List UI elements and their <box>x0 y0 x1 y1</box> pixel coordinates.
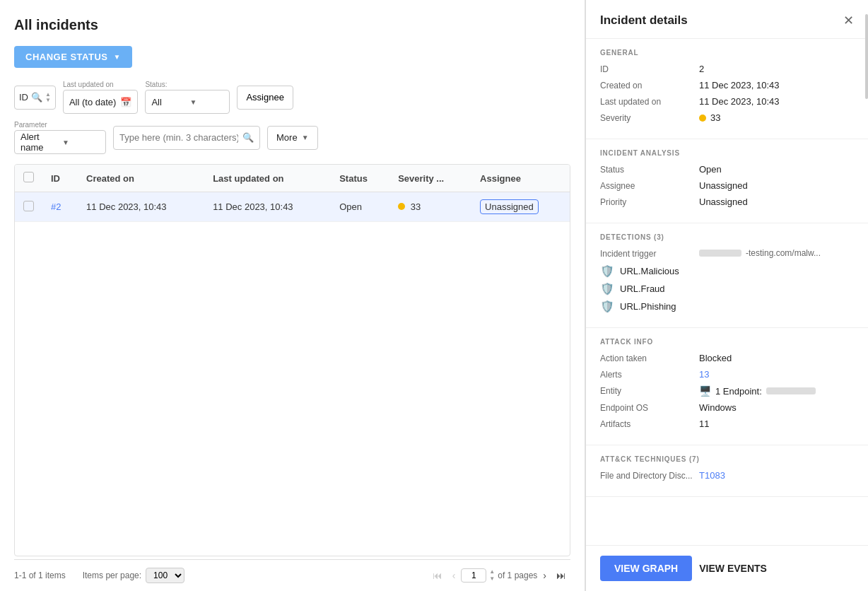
more-button[interactable]: More ▼ <box>267 126 318 150</box>
close-button[interactable]: ✕ <box>843 13 854 28</box>
trigger-key: Incident trigger <box>600 248 699 259</box>
date-filter-value: All (to date) <box>69 97 116 107</box>
incident-analysis-section: INCIDENT ANALYSIS Status Open Assignee U… <box>586 139 868 223</box>
pagination-bar: 1-1 of 1 items Items per page: 100 50 25… <box>14 559 570 591</box>
page-down-icon[interactable]: ▼ <box>489 575 495 583</box>
chevron-down-icon: ▼ <box>189 98 223 106</box>
param-value: Alert name <box>20 131 58 153</box>
row-assignee-cell: Unassigned <box>471 192 570 222</box>
col-id: ID <box>42 165 78 192</box>
panel-header: Incident details ✕ <box>586 0 868 39</box>
trigger-text: -testing.com/malw... <box>746 248 821 258</box>
status-detail-row: Status Open <box>600 164 854 175</box>
priority-detail-key: Priority <box>600 197 699 207</box>
detection-item-3: 🛡️ URL.Phishing <box>600 300 854 313</box>
row-assignee-value: Unassigned <box>480 199 539 214</box>
endpoint-os-val: Windows <box>699 402 854 413</box>
alerts-val[interactable]: 13 <box>699 369 854 380</box>
param-select-group: Parameter Alert name ▼ <box>14 121 106 154</box>
row-id-cell[interactable]: #2 <box>42 192 78 222</box>
table-row[interactable]: #2 11 Dec 2023, 10:43 11 Dec 2023, 10:43… <box>15 192 570 222</box>
detection-label-2: URL.Fraud <box>620 283 665 294</box>
status-filter[interactable]: All ▼ <box>145 90 230 114</box>
status-filter-value: All <box>151 97 185 107</box>
col-last-updated: Last updated on <box>204 165 331 192</box>
entity-val: 🖥️ 1 Endpoint: <box>699 385 854 397</box>
id-sort-buttons[interactable]: ▲ ▼ <box>45 92 51 103</box>
status-filter-label: Status: <box>145 81 230 88</box>
endpoint-os-row: Endpoint OS Windows <box>600 402 854 413</box>
priority-detail-val: Unassigned <box>699 197 854 207</box>
page-input-wrap: ▲ ▼ of 1 pages <box>461 568 537 583</box>
view-events-button[interactable]: VIEW EVENTS <box>699 563 767 574</box>
search-input-wrap[interactable]: 🔍 <box>113 126 260 150</box>
incidents-table-wrap: ID Created on Last updated on Status Sev… <box>14 164 570 556</box>
row-status-cell: Open <box>331 192 389 222</box>
row-checkbox[interactable] <box>23 201 34 211</box>
general-section: GENERAL ID 2 Created on 11 Dec 2023, 10:… <box>586 39 868 139</box>
col-severity: Severity ... <box>389 165 471 192</box>
page-stepper[interactable]: ▲ ▼ <box>489 568 495 582</box>
items-per-page-select[interactable]: 100 50 25 <box>146 568 184 583</box>
scrollbar-thumb[interactable] <box>865 14 868 99</box>
row-id-link[interactable]: #2 <box>51 201 61 212</box>
alerts-key: Alerts <box>600 369 699 380</box>
detection-label-1: URL.Malicious <box>620 266 679 276</box>
page-up-icon[interactable]: ▲ <box>489 568 495 575</box>
search-input[interactable] <box>119 132 238 143</box>
action-taken-key: Action taken <box>600 353 699 363</box>
entity-detail-row: Entity 🖥️ 1 Endpoint: <box>600 385 854 397</box>
attck-section: ATT&CK TECHNIQUES (7) File and Directory… <box>586 445 868 497</box>
date-filter[interactable]: All (to date) 📅 <box>63 90 138 114</box>
first-page-button[interactable]: ⏮ <box>428 567 447 584</box>
detection-item-2: 🛡️ URL.Fraud <box>600 282 854 296</box>
pagination-info: 1-1 of 1 items <box>14 570 66 580</box>
view-graph-button[interactable]: VIEW GRAPH <box>600 556 692 581</box>
row-checkbox-cell[interactable] <box>15 192 42 222</box>
attack-info-section: ATTACK INFO Action taken Blocked Alerts … <box>586 328 868 445</box>
param-row: Parameter Alert name ▼ 🔍 More ▼ <box>14 121 570 154</box>
next-page-button[interactable]: › <box>539 567 551 584</box>
row-last-updated-cell: 11 Dec 2023, 10:43 <box>204 192 331 222</box>
id-filter[interactable]: ID 🔍 ▲ ▼ <box>14 86 56 110</box>
chevron-down-icon: ▼ <box>302 134 309 141</box>
last-page-button[interactable]: ⏭ <box>552 567 570 584</box>
status-detail-key: Status <box>600 164 699 175</box>
created-on-val: 11 Dec 2023, 10:43 <box>699 80 854 90</box>
shield-icon-3: 🛡️ <box>600 300 614 313</box>
file-dir-val[interactable]: T1083 <box>699 470 854 481</box>
assignee-detail-val: Unassigned <box>699 180 854 191</box>
artifacts-val: 11 <box>699 419 854 429</box>
param-select[interactable]: Alert name ▼ <box>14 130 106 154</box>
chevron-down-icon: ▼ <box>62 139 100 146</box>
trigger-detail-row: Incident trigger -testing.com/malw... <box>600 248 854 259</box>
sort-down-icon[interactable]: ▼ <box>45 98 51 103</box>
select-all-header[interactable] <box>15 165 42 192</box>
change-status-label: CHANGE STATUS <box>25 52 108 62</box>
col-created-on: Created on <box>78 165 204 192</box>
severity-number: 33 <box>710 112 720 123</box>
date-filter-label: Last updated on <box>63 81 138 88</box>
general-label: GENERAL <box>600 49 854 57</box>
change-status-button[interactable]: CHANGE STATUS ▼ <box>14 46 132 68</box>
scrollbar[interactable] <box>865 0 868 591</box>
created-on-key: Created on <box>600 80 699 90</box>
entity-bar <box>766 387 816 394</box>
id-detail-val: 2 <box>699 64 854 74</box>
incident-details-panel: Incident details ✕ GENERAL ID 2 Created … <box>585 0 868 591</box>
select-all-checkbox[interactable] <box>23 172 34 182</box>
items-per-page-group: Items per page: 100 50 25 <box>83 568 184 583</box>
shield-icon-2: 🛡️ <box>600 282 614 296</box>
severity-val: 33 <box>699 112 854 123</box>
assignee-filter-button[interactable]: Assignee <box>237 86 293 110</box>
calendar-icon: 📅 <box>120 97 131 107</box>
row-severity-value: 33 <box>411 201 421 212</box>
page-input[interactable] <box>461 568 486 583</box>
action-taken-val: Blocked <box>699 353 854 363</box>
attack-info-label: ATTACK INFO <box>600 338 854 346</box>
incident-analysis-label: INCIDENT ANALYSIS <box>600 149 854 157</box>
assignee-detail-row: Assignee Unassigned <box>600 180 854 191</box>
page-navigation: ⏮ ‹ ▲ ▼ of 1 pages › ⏭ <box>428 567 570 584</box>
prev-page-button[interactable]: ‹ <box>448 567 460 584</box>
artifacts-key: Artifacts <box>600 419 699 429</box>
